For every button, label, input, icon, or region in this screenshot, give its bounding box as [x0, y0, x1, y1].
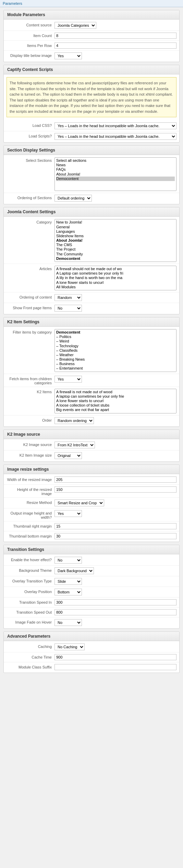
joomla-content-title: Joomla Content Settings	[4, 207, 179, 217]
hover-control: No	[54, 557, 176, 564]
select-sections-listbox[interactable]: Select all sections News FAQs About Joom…	[54, 157, 176, 191]
k2-cat-2[interactable]: – Politics	[56, 335, 175, 339]
hover-select[interactable]: No	[54, 557, 82, 564]
fetch-children-label: Fetch items from children categories	[7, 376, 54, 385]
ordering-content-select[interactable]: Random	[54, 294, 82, 301]
k2-cat-5[interactable]: – Classifieds	[56, 348, 175, 353]
ordering-content-control: Random	[54, 294, 176, 301]
cat-option-8[interactable]: The Community	[56, 252, 175, 256]
articles-listbox[interactable]: A firewall should not be made out of wo …	[54, 266, 176, 290]
thumb-bottom-label: Thumbnail bottom margin	[7, 533, 54, 538]
load-css-control: Yes – Loads in the head but incompatible…	[54, 122, 176, 129]
module-suffix-input[interactable]	[54, 664, 176, 670]
transition-section: Transition Settings Enable the hover eff…	[3, 545, 180, 629]
caching-label: Caching	[7, 643, 54, 649]
k2-source-row: K2 Image source From K2 IntroText	[4, 440, 179, 450]
caching-select[interactable]: No Caching	[54, 643, 85, 650]
k2-cat-4[interactable]: – Technology	[56, 344, 175, 348]
k2-item-4[interactable]: A loose collection of ticket stubs	[56, 403, 175, 408]
fade-hover-select[interactable]: No	[54, 619, 82, 626]
k2-cat-10[interactable]: – Money	[56, 371, 175, 372]
speed-in-row: Transition Speed In	[4, 598, 179, 607]
content-source-label: Content source	[7, 22, 54, 27]
k2-items-listbox[interactable]: A firewall is not made out of wood A lap…	[54, 389, 176, 413]
height-input[interactable]	[54, 486, 176, 493]
section-option-democontent[interactable]: Democontent	[56, 177, 175, 181]
article-option-2[interactable]: A Laptop can sometimes be your only fri	[56, 271, 175, 276]
item-count-row: Item Count	[4, 31, 179, 41]
parameters-link[interactable]: Parameters	[3, 1, 22, 5]
cache-time-input[interactable]	[54, 654, 176, 660]
section-option-faqs[interactable]: FAQs	[56, 167, 175, 172]
bg-theme-select[interactable]: Dark Background	[54, 567, 94, 574]
items-per-row-input[interactable]	[54, 43, 176, 49]
k2-cat-3[interactable]: – Weird	[56, 339, 175, 343]
show-front-control: No	[54, 305, 176, 312]
k2-cat-9[interactable]: – Entertainment	[56, 366, 175, 371]
k2-source-select[interactable]: From K2 IntroText	[54, 442, 95, 448]
cat-option-3[interactable]: Languages	[56, 229, 175, 234]
load-css-label: Load CSS?	[7, 122, 54, 128]
article-option-3[interactable]: A lily in the hand is worth two on the m…	[56, 276, 175, 280]
cat-option-4[interactable]: Slideshow Items	[56, 234, 175, 238]
cat-option-6[interactable]: The CMS	[56, 243, 175, 247]
fade-hover-control: No	[54, 619, 176, 626]
overlay-type-control: Slide	[54, 578, 176, 585]
method-select[interactable]: Smart Resize and Crop	[54, 499, 104, 506]
k2-item-1[interactable]: A firewall is not made out of wood	[56, 390, 175, 394]
k2-cat-7[interactable]: – Breaking News	[56, 357, 175, 362]
joomla-content-section: Joomla Content Settings Category New to …	[3, 207, 180, 314]
load-scripts-label: Load Scripts?	[7, 133, 54, 138]
item-count-input[interactable]	[54, 33, 176, 39]
category-listbox[interactable]: New to Joomla! General Languages Slidesh…	[54, 219, 176, 262]
k2-item-3[interactable]: A lone flower starts to uncurl	[56, 399, 175, 403]
display-title-select[interactable]: Yes	[54, 52, 82, 59]
load-css-select[interactable]: Yes – Loads in the head but incompatible…	[54, 122, 176, 129]
articles-row: Articles A firewall should not be made o…	[4, 264, 179, 292]
cat-option-9[interactable]: Democontent	[56, 256, 175, 261]
k2-cat-8[interactable]: – Business	[56, 362, 175, 366]
content-source-select[interactable]: Joomla Categories	[54, 22, 96, 29]
cat-option-2[interactable]: General	[56, 225, 175, 229]
speed-out-input[interactable]	[54, 609, 176, 615]
width-label: Width of the resized image	[7, 477, 54, 482]
thumb-bottom-input[interactable]	[54, 533, 176, 539]
method-label: Resize Method	[7, 499, 54, 505]
cat-option-7[interactable]: The Project	[56, 247, 175, 252]
k2-cat-6[interactable]: – Weather	[56, 353, 175, 357]
cat-option-5[interactable]: About Joomla!	[56, 238, 175, 243]
output-select[interactable]: Yes	[54, 510, 82, 517]
width-input[interactable]	[54, 477, 176, 483]
k2-size-label: K2 Item Image size	[7, 452, 54, 457]
article-option-1[interactable]: A firewall should not be made out of wo	[56, 267, 175, 271]
k2-item-title: K2 Item Settings	[4, 317, 179, 327]
category-row: Category New to Joomla! General Language…	[4, 217, 179, 264]
cat-option-1[interactable]: New to Joomla!	[56, 220, 175, 225]
ordering-sections-select[interactable]: Default ordering	[54, 195, 92, 202]
items-per-row-row: Items Per Row	[4, 41, 179, 51]
article-option-5[interactable]: All Modules	[56, 285, 175, 289]
k2-cat-1[interactable]: Democontent	[56, 330, 175, 335]
section-option-news[interactable]: News	[56, 163, 175, 167]
k2-filter-listbox[interactable]: Democontent – Politics – Weird – Technol…	[54, 329, 176, 372]
k2-order-select[interactable]: Random ordering	[54, 417, 94, 424]
show-front-select[interactable]: No	[54, 305, 82, 312]
output-label: Output image height and width?	[7, 510, 54, 519]
cat-option-10[interactable]: Breaking News	[56, 261, 175, 262]
k2-item-5[interactable]: Big events are not that far apart	[56, 408, 175, 412]
section-option-about[interactable]: About Joomla!	[56, 172, 175, 177]
overlay-type-select[interactable]: Slide	[54, 578, 82, 585]
speed-in-input[interactable]	[54, 599, 176, 605]
thumb-right-row: Thumbnail right margin	[4, 521, 179, 531]
items-per-row-label: Items Per Row	[7, 43, 54, 48]
ordering-sections-control: Default ordering	[54, 195, 176, 202]
section-option-all[interactable]: Select all sections	[56, 158, 175, 163]
article-option-4[interactable]: A lone flower starts to uncurl	[56, 280, 175, 285]
overlay-pos-select[interactable]: Bottom	[54, 589, 82, 595]
module-suffix-row: Module Class Suffix	[4, 662, 179, 672]
load-scripts-select[interactable]: Yes – Loads in the head but incompatible…	[54, 133, 176, 140]
k2-size-select[interactable]: Original	[54, 452, 82, 459]
thumb-right-input[interactable]	[54, 523, 176, 529]
fetch-children-select[interactable]: Yes	[54, 376, 82, 383]
k2-item-2[interactable]: A laptop can sometimes be your only frie	[56, 394, 175, 399]
